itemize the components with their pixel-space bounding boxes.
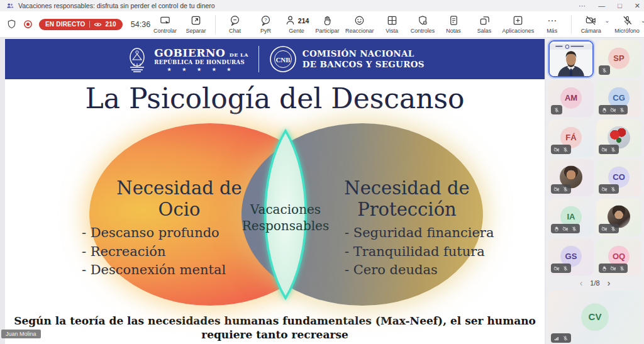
controlar-label: Controlar xyxy=(153,28,177,34)
gov-sub: REPÚBLICA DE HONDURAS xyxy=(154,59,248,65)
participar-label: Participar xyxy=(316,28,340,34)
meeting-toolbar: EN DIRECTO 210 54:36 Controlar Separar C… xyxy=(0,11,644,38)
window-close-icon[interactable]: ✕ xyxy=(635,0,640,11)
camera-off-icon xyxy=(553,147,560,153)
participant-tile[interactable]: IA xyxy=(548,199,594,236)
salas-button[interactable]: Salas xyxy=(470,13,499,35)
mic-off-icon xyxy=(601,67,608,74)
reaccionar-button[interactable]: Reaccionar xyxy=(343,13,376,35)
notes-icon xyxy=(448,14,460,26)
participant-tile[interactable] xyxy=(596,119,641,157)
venn-right-item: - Tranquilidad futura xyxy=(345,243,494,262)
cnbs-line2: DE BANCOS Y SEGUROS xyxy=(303,59,425,70)
status-pill xyxy=(551,224,580,233)
mic-off-icon xyxy=(571,226,577,232)
camara-button[interactable]: Cámara xyxy=(576,13,606,35)
reaccionar-label: Reaccionar xyxy=(345,28,374,34)
participant-tile[interactable] xyxy=(596,199,641,236)
participant-tile[interactable]: CO xyxy=(596,159,641,196)
speaker-video-feed xyxy=(550,42,592,76)
participant-tile-speaker-video[interactable] xyxy=(548,40,594,77)
honduras-coat-of-arms-icon xyxy=(125,45,149,74)
viewer-count: 210 xyxy=(106,21,116,28)
page-prev-icon[interactable]: ‹ xyxy=(580,278,583,288)
venn-diagram: Necesidad de Ocio - Descanso profundo - … xyxy=(5,121,545,309)
microfono-button[interactable]: Micrófono xyxy=(613,13,642,35)
page-next-icon[interactable]: › xyxy=(608,278,611,288)
status-pill xyxy=(599,184,619,194)
page-indicator: 1/8 xyxy=(590,279,599,287)
window-more-icon[interactable]: ⋯ xyxy=(579,0,586,11)
salas-label: Salas xyxy=(477,28,492,34)
chat-label: Chat xyxy=(229,28,241,34)
controles-button[interactable]: Controles xyxy=(408,13,438,35)
popout-icon xyxy=(190,14,202,26)
chat-icon xyxy=(229,14,241,26)
mic-off-icon xyxy=(619,107,625,113)
venn-right-items: - Seguridad financiera - Tranquilidad fu… xyxy=(345,224,494,280)
mic-off-icon xyxy=(562,335,569,341)
status-pill xyxy=(551,105,562,114)
raise-hand-icon xyxy=(321,14,333,26)
camera-off-icon xyxy=(553,265,560,272)
cnbs-line1: COMISIÓN NACIONAL xyxy=(303,48,425,59)
participants-sidebar: SP AM CG FÁ xyxy=(546,38,644,344)
venn-right-item: - Cero deudas xyxy=(345,261,494,280)
viewers-eye-icon xyxy=(94,21,102,28)
shared-slide: GOBIERNO DE LA REPÚBLICA DE HONDURAS ★ ★… xyxy=(5,39,545,344)
separar-button[interactable]: Separar xyxy=(181,13,211,35)
participant-tile[interactable]: SP xyxy=(596,40,641,77)
host-controls-icon xyxy=(417,14,429,26)
cnbs-seal-icon: CNB xyxy=(269,45,297,73)
participant-tile[interactable]: OQ xyxy=(596,238,641,275)
venn-left-items: - Descanso profundo - Recreación - Desco… xyxy=(82,224,226,280)
badge-divider xyxy=(89,21,90,28)
venn-right-title: Necesidad de Protección xyxy=(323,177,491,220)
window-minimize-icon[interactable]: — xyxy=(598,0,605,11)
pyr-button[interactable]: PyR xyxy=(251,13,280,35)
camera-chevron-down-icon[interactable]: ⌄ xyxy=(604,17,609,24)
elapsed-timer: 54:36 xyxy=(131,20,150,29)
mas-button[interactable]: ⋯ Más xyxy=(537,13,567,35)
vista-button[interactable]: Vista xyxy=(377,13,407,35)
camera-off-icon xyxy=(601,147,608,153)
slide-header-band: GOBIERNO DE LA REPÚBLICA DE HONDURAS ★ ★… xyxy=(5,39,545,79)
status-pill xyxy=(551,264,571,273)
participant-tile[interactable]: CG xyxy=(596,80,641,117)
raised-hand-icon xyxy=(601,107,608,113)
mic-off-icon xyxy=(562,265,569,272)
vista-label: Vista xyxy=(386,28,398,34)
venn-left-item: - Desconexión mental xyxy=(82,261,226,280)
status-pill xyxy=(599,224,619,233)
slide-title: La Psicología del Descanso xyxy=(5,82,545,116)
gallery-pagination: ‹ 1/8 › xyxy=(548,277,641,289)
participant-tile[interactable] xyxy=(548,159,594,196)
camera-off-icon xyxy=(601,186,608,192)
mic-off-icon xyxy=(562,147,569,153)
status-pill xyxy=(599,65,610,75)
gov-stars: ★ ★ ★ ★ ★ xyxy=(154,67,248,72)
camera-off-icon xyxy=(585,14,597,26)
raised-hand-icon xyxy=(553,226,560,232)
security-shield-icon[interactable] xyxy=(6,19,17,30)
notas-button[interactable]: Notas xyxy=(439,13,469,35)
gente-button[interactable]: 214 Gente xyxy=(282,13,311,35)
participar-button[interactable]: Participar xyxy=(313,13,342,35)
chat-button[interactable]: Chat xyxy=(220,13,250,35)
remote-control-icon xyxy=(159,14,171,26)
presenter-name-label: Juan Molina xyxy=(1,330,41,338)
self-participant-tile[interactable]: CV xyxy=(548,291,641,344)
participant-tile[interactable]: FÁ xyxy=(548,119,594,157)
aplicaciones-label: Aplicaciones xyxy=(502,28,535,34)
window-maximize-icon[interactable]: □ xyxy=(618,0,622,11)
status-pill xyxy=(551,145,571,154)
aplicaciones-button[interactable]: Aplicaciones xyxy=(501,13,536,35)
mic-chevron-down-icon[interactable]: ⌄ xyxy=(641,17,644,24)
camera-off-icon xyxy=(610,107,616,113)
participant-tile[interactable]: GS xyxy=(548,238,594,275)
controlar-button[interactable]: Controlar xyxy=(150,13,180,35)
more-ellipsis-icon: ⋯ xyxy=(547,14,557,26)
mic-off-icon xyxy=(610,226,616,232)
participant-tile[interactable]: AM xyxy=(548,80,594,117)
record-icon[interactable] xyxy=(23,19,33,30)
